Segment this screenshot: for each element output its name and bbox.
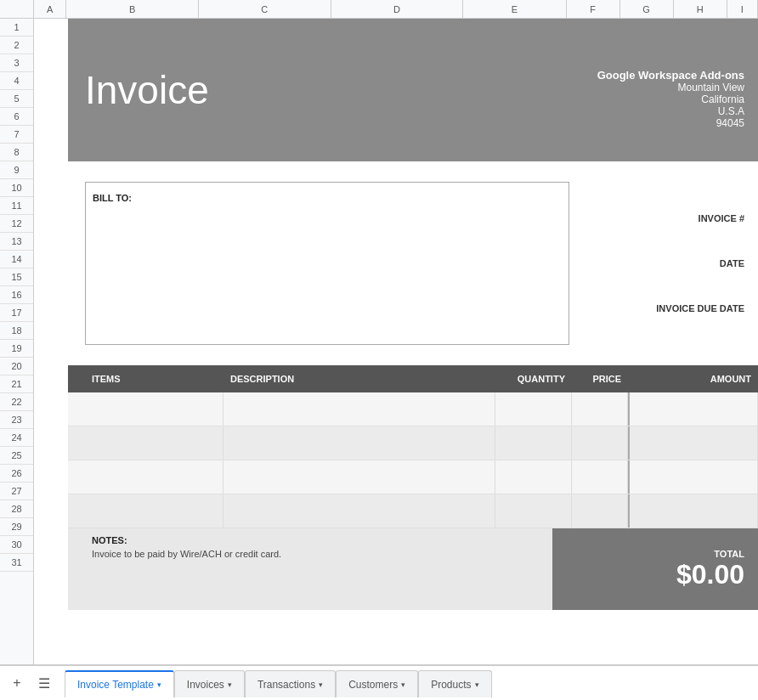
td-amount-3[interactable]	[628, 460, 758, 494]
row-num-25[interactable]: 25	[0, 447, 33, 465]
row-num-11[interactable]: 11	[0, 197, 33, 215]
table-row[interactable]	[68, 426, 758, 460]
row-num-23[interactable]: 23	[0, 411, 33, 429]
spreadsheet-content[interactable]: Invoice Google Workspace Add-ons Mountai…	[34, 19, 758, 664]
tab-transactions[interactable]: Transactions ▾	[245, 670, 336, 697]
row-num-20[interactable]: 20	[0, 358, 33, 375]
col-header-g[interactable]: G	[620, 0, 674, 18]
add-sheet-button[interactable]: +	[7, 673, 27, 693]
td-items-1[interactable]	[85, 392, 223, 426]
row-num-26[interactable]: 26	[0, 465, 33, 483]
col-header-i[interactable]: I	[727, 0, 758, 18]
notes-section[interactable]: NOTES: Invoice to be paid by Wire/ACH or…	[68, 528, 552, 610]
td-qty-4[interactable]	[495, 494, 572, 528]
tab-customers-arrow[interactable]: ▾	[401, 680, 405, 689]
total-label: TOTAL	[714, 549, 744, 559]
td-items-2[interactable]	[85, 426, 223, 460]
table-row[interactable]	[68, 460, 758, 494]
row-num-19[interactable]: 19	[0, 340, 33, 358]
td-price-3[interactable]	[572, 460, 628, 494]
td-items-4[interactable]	[85, 494, 223, 528]
col-header-a[interactable]: A	[34, 0, 66, 18]
row-num-21[interactable]: 21	[0, 375, 33, 393]
total-amount: $0.00	[676, 559, 744, 590]
row-num-18[interactable]: 18	[0, 322, 33, 340]
corner-cell	[0, 0, 34, 18]
invoice-due-date-label: INVOICE DUE DATE	[656, 303, 744, 313]
spreadsheet-area: A B C D E F G H I 1 2 3 4 5 6 7 8 9 10 1…	[0, 0, 758, 665]
tab-invoices-label: Invoices	[187, 679, 224, 691]
tab-invoice-template[interactable]: Invoice Template ▾	[65, 670, 174, 697]
col-header-e[interactable]: E	[463, 0, 566, 18]
row-num-31[interactable]: 31	[0, 554, 33, 572]
row-num-17[interactable]: 17	[0, 304, 33, 322]
row-num-9[interactable]: 9	[0, 161, 33, 179]
row-num-6[interactable]: 6	[0, 108, 33, 126]
tab-invoices[interactable]: Invoices ▾	[174, 670, 245, 697]
row-num-24[interactable]: 24	[0, 429, 33, 447]
td-price-2[interactable]	[572, 426, 628, 460]
row-num-16[interactable]: 16	[0, 286, 33, 304]
tab-invoice-template-arrow[interactable]: ▾	[157, 680, 161, 689]
row-num-12[interactable]: 12	[0, 215, 33, 233]
row-num-4[interactable]: 4	[0, 72, 33, 90]
row-num-22[interactable]: 22	[0, 393, 33, 411]
td-price-4[interactable]	[572, 494, 628, 528]
notes-label: NOTES:	[92, 535, 542, 545]
row-num-3[interactable]: 3	[0, 54, 33, 72]
row-num-2[interactable]: 2	[0, 37, 33, 54]
invoice-due-date-row: INVOICE DUE DATE	[586, 303, 744, 313]
tab-invoices-arrow[interactable]: ▾	[228, 680, 232, 689]
col-header-f[interactable]: F	[567, 0, 620, 18]
th-items: ITEMS	[85, 374, 223, 384]
td-items-3[interactable]	[85, 460, 223, 494]
td-desc-3[interactable]	[223, 460, 495, 494]
td-desc-1[interactable]	[223, 392, 495, 426]
invoice-wrapper: Invoice Google Workspace Add-ons Mountai…	[68, 19, 758, 664]
bill-to-box[interactable]: BILL TO:	[85, 182, 569, 345]
table-row[interactable]	[68, 494, 758, 528]
td-amount-2[interactable]	[628, 426, 758, 460]
tab-products[interactable]: Products ▾	[418, 670, 491, 697]
td-desc-2[interactable]	[223, 426, 495, 460]
td-desc-4[interactable]	[223, 494, 495, 528]
row-num-28[interactable]: 28	[0, 500, 33, 518]
td-amount-4[interactable]	[628, 494, 758, 528]
table-row[interactable]	[68, 392, 758, 426]
row-num-5[interactable]: 5	[0, 90, 33, 108]
td-qty-3[interactable]	[495, 460, 572, 494]
td-qty-2[interactable]	[495, 426, 572, 460]
td-price-1[interactable]	[572, 392, 628, 426]
th-quantity: QUANTITY	[495, 374, 572, 384]
company-state: California	[701, 93, 744, 105]
row-8-gap	[68, 161, 758, 182]
invoice-number-row: INVOICE #	[586, 213, 744, 223]
tab-products-arrow[interactable]: ▾	[475, 680, 479, 689]
tab-customers[interactable]: Customers ▾	[336, 670, 418, 697]
th-price: PRICE	[572, 374, 628, 384]
company-country: U.S.A	[718, 105, 744, 117]
col-header-c[interactable]: C	[199, 0, 331, 18]
row-num-10[interactable]: 10	[0, 179, 33, 197]
tab-bar: + ☰ Invoice Template ▾ Invoices ▾ Transa…	[0, 665, 758, 700]
invoice-title[interactable]: Invoice	[85, 67, 209, 113]
row-num-7[interactable]: 7	[0, 126, 33, 144]
row-num-1[interactable]: 1	[0, 19, 33, 37]
row-num-30[interactable]: 30	[0, 536, 33, 554]
col-header-row: A B C D E F G H I	[0, 0, 758, 19]
row-num-8[interactable]: 8	[0, 144, 33, 161]
row-num-27[interactable]: 27	[0, 483, 33, 500]
sheet-list-button[interactable]: ☰	[34, 673, 54, 693]
row-num-14[interactable]: 14	[0, 251, 33, 268]
row-num-15[interactable]: 15	[0, 268, 33, 286]
row-numbers: 1 2 3 4 5 6 7 8 9 10 11 12 13 14 15 16 1…	[0, 19, 34, 664]
tab-transactions-arrow[interactable]: ▾	[319, 680, 323, 689]
col-header-h[interactable]: H	[674, 0, 727, 18]
invoice-billing: BILL TO: INVOICE # DATE INVOICE DUE DATE	[68, 182, 758, 345]
col-header-d[interactable]: D	[331, 0, 464, 18]
row-num-13[interactable]: 13	[0, 233, 33, 251]
td-amount-1[interactable]	[628, 392, 758, 426]
td-qty-1[interactable]	[495, 392, 572, 426]
row-num-29[interactable]: 29	[0, 518, 33, 536]
col-header-b[interactable]: B	[66, 0, 199, 18]
